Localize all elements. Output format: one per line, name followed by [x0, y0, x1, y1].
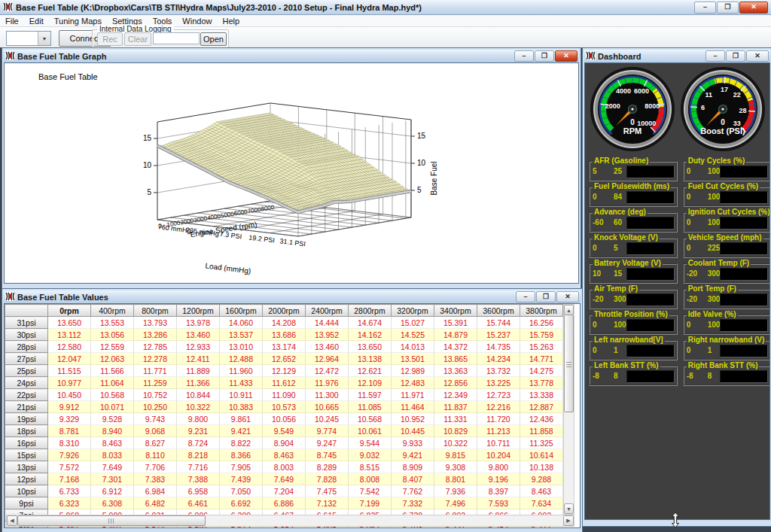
table-cell[interactable]: 15.391 [434, 317, 477, 329]
table-cell[interactable]: 10.056 [263, 413, 306, 425]
table-cell[interactable]: 7.716 [177, 461, 220, 473]
table-cell[interactable]: 8.940 [91, 425, 134, 437]
table-cell[interactable]: 10.952 [392, 413, 434, 425]
column-header-1600rpm[interactable]: 1600rpm [220, 305, 263, 317]
table-cell[interactable]: 14.208 [263, 317, 306, 329]
table-cell[interactable]: 16.256 [520, 317, 563, 329]
table-cell[interactable]: 7.388 [177, 473, 220, 485]
table-cell[interactable]: 14.525 [392, 329, 434, 341]
table-cell[interactable]: 12.483 [392, 377, 434, 389]
scroll-up-icon[interactable]: ▲ [564, 305, 574, 315]
table-cell[interactable]: 11.971 [392, 389, 434, 401]
row-header-28psi[interactable]: 28psi [5, 341, 48, 353]
values-window-titlebar[interactable]: Base Fuel Table Values – ❐ ✕ [4, 290, 581, 303]
table-cell[interactable]: 11.090 [263, 389, 306, 401]
table-cell[interactable]: 15.759 [520, 329, 563, 341]
table-cell[interactable]: 7.542 [349, 485, 392, 497]
table-cell[interactable]: 8.801 [434, 473, 477, 485]
table-cell[interactable]: 10.204 [477, 449, 520, 461]
table-cell[interactable]: 11.597 [349, 389, 392, 401]
table-cell[interactable]: 9.288 [520, 473, 563, 485]
table-cell[interactable]: 11.858 [520, 425, 563, 437]
table-cell[interactable]: 8.745 [306, 449, 349, 461]
table-cell[interactable]: 13.056 [91, 329, 134, 341]
table-cell[interactable]: 9.421 [220, 425, 263, 437]
table-cell[interactable]: 7.649 [91, 461, 134, 473]
table-cell[interactable]: 8.627 [134, 437, 177, 449]
row-header-25psi[interactable]: 25psi [5, 365, 48, 377]
table-cell[interactable]: 15.237 [477, 329, 520, 341]
clear-button[interactable]: Clear [124, 32, 151, 46]
scroll-right-icon[interactable]: ▶ [563, 515, 574, 526]
horizontal-scroll-thumb[interactable] [17, 515, 206, 526]
table-cell[interactable]: 11.433 [220, 377, 263, 389]
vertical-scrollbar[interactable]: ▲ ▼ [563, 304, 574, 515]
table-cell[interactable]: 14.234 [477, 353, 520, 365]
table-cell[interactable]: 10.977 [48, 377, 91, 389]
table-cell[interactable]: 8.310 [48, 437, 91, 449]
table-cell[interactable]: 7.634 [520, 497, 563, 509]
row-header-18psi[interactable]: 18psi [5, 425, 48, 437]
table-cell[interactable]: 13.650 [48, 317, 91, 329]
graph-window-titlebar[interactable]: Base Fuel Table Graph – ❐ ✕ [4, 50, 579, 62]
table-cell[interactable]: 11.720 [477, 413, 520, 425]
column-header-400rpm[interactable]: 400rpm [91, 305, 134, 317]
table-cell[interactable]: 6.984 [134, 485, 177, 497]
row-header-19psi[interactable]: 19psi [5, 413, 48, 425]
table-cell[interactable]: 12.109 [349, 377, 392, 389]
minimize-button[interactable]: – [694, 2, 716, 14]
table-cell[interactable]: 6.692 [220, 497, 263, 509]
close-icon[interactable]: ✕ [556, 291, 579, 302]
table-cell[interactable]: 11.612 [263, 377, 306, 389]
table-cell[interactable]: 7.926 [48, 449, 91, 461]
table-cell[interactable]: 10.911 [220, 389, 263, 401]
table-cell[interactable]: 12.621 [349, 365, 392, 377]
table-cell[interactable]: 7.204 [263, 485, 306, 497]
table-cell[interactable]: 8.904 [263, 437, 306, 449]
restore-button[interactable]: ❐ [536, 291, 556, 302]
table-cell[interactable]: 13.338 [520, 389, 563, 401]
table-cell[interactable]: 6.482 [134, 497, 177, 509]
column-header-2400rpm[interactable]: 2400rpm [306, 305, 349, 317]
table-cell[interactable]: 7.301 [91, 473, 134, 485]
row-header-24psi[interactable]: 24psi [5, 377, 48, 389]
row-header-30psi[interactable]: 30psi [5, 329, 48, 341]
minimize-button[interactable]: – [705, 50, 725, 62]
row-header-13psi[interactable]: 13psi [5, 461, 48, 473]
table-cell[interactable]: 14.162 [349, 329, 392, 341]
table-cell[interactable]: 14.674 [349, 317, 392, 329]
table-cell[interactable]: 12.652 [263, 353, 306, 365]
table-cell[interactable]: 8.463 [263, 449, 306, 461]
table-cell[interactable]: 8.289 [306, 461, 349, 473]
table-cell[interactable]: 12.785 [134, 341, 177, 353]
table-cell[interactable]: 11.366 [177, 377, 220, 389]
vertical-scroll-thumb[interactable] [564, 315, 574, 412]
table-cell[interactable]: 8.463 [91, 437, 134, 449]
table-cell[interactable]: 9.800 [177, 413, 220, 425]
table-cell[interactable]: 13.650 [349, 341, 392, 353]
table-cell[interactable]: 15.027 [392, 317, 434, 329]
table-cell[interactable]: 9.329 [48, 413, 91, 425]
table-cell[interactable]: 9.068 [134, 425, 177, 437]
table-cell[interactable]: 9.912 [48, 401, 91, 413]
table-cell[interactable]: 8.033 [91, 449, 134, 461]
table-cell[interactable]: 13.501 [392, 353, 434, 365]
table-cell[interactable]: 8.407 [392, 473, 434, 485]
table-cell[interactable]: 7.132 [306, 497, 349, 509]
table-cell[interactable]: 14.060 [220, 317, 263, 329]
table-cell[interactable]: 13.978 [177, 317, 220, 329]
table-cell[interactable]: 8.218 [177, 449, 220, 461]
table-cell[interactable]: 10.665 [306, 401, 349, 413]
row-header-16psi[interactable]: 16psi [5, 437, 48, 449]
table-cell[interactable]: 7.936 [434, 485, 477, 497]
table-cell[interactable]: 12.964 [306, 353, 349, 365]
table-cell[interactable]: 6.958 [177, 485, 220, 497]
table-cell[interactable]: 9.421 [392, 449, 434, 461]
table-cell[interactable]: 10.322 [177, 401, 220, 413]
table-cell[interactable]: 7.905 [220, 461, 263, 473]
log-file-input[interactable] [153, 32, 200, 44]
table-cell[interactable]: 11.064 [91, 377, 134, 389]
table-cell[interactable]: 12.488 [220, 353, 263, 365]
menu-item-help[interactable]: Help [217, 15, 245, 26]
chevron-down-icon[interactable]: ▼ [38, 32, 50, 45]
